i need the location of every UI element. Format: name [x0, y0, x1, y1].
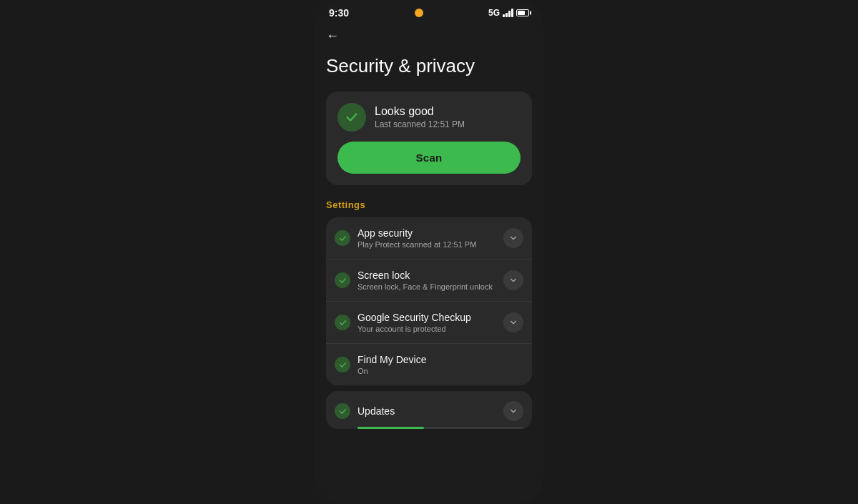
- status-check-circle: [337, 103, 366, 132]
- app-security-chevron[interactable]: [503, 228, 523, 248]
- checkmark-icon: [338, 276, 347, 285]
- phone-frame: 9:30 5G ← Security & privacy: [315, 0, 543, 504]
- google-security-check: [335, 315, 350, 330]
- google-security-text: Google Security Checkup Your account is …: [358, 312, 496, 333]
- battery-fill: [518, 11, 525, 15]
- screen-content: ← Security & privacy Looks good Last sca…: [315, 23, 543, 504]
- find-my-device-title: Find My Device: [358, 354, 523, 365]
- app-security-text: App security Play Protect scanned at 12:…: [358, 227, 496, 249]
- settings-list: App security Play Protect scanned at 12:…: [326, 217, 532, 385]
- status-title: Looks good: [375, 105, 465, 118]
- settings-label: Settings: [326, 199, 532, 210]
- battery-icon: [516, 9, 529, 16]
- status-card: Looks good Last scanned 12:51 PM Scan: [326, 92, 532, 185]
- screen-lock-chevron[interactable]: [503, 270, 523, 290]
- chevron-down-icon: [508, 406, 518, 416]
- app-security-title: App security: [358, 227, 496, 239]
- back-arrow-icon: ←: [326, 29, 339, 43]
- settings-item-updates[interactable]: Updates: [326, 391, 532, 427]
- google-security-subtitle: Your account is protected: [358, 325, 496, 333]
- status-right-group: 5G: [488, 8, 529, 18]
- page-title: Security & privacy: [326, 55, 532, 77]
- status-time: 9:30: [329, 7, 349, 19]
- signal-icon: [503, 9, 513, 17]
- checkmark-icon: [338, 234, 347, 243]
- updates-progress-fill: [358, 427, 424, 429]
- google-security-title: Google Security Checkup: [358, 312, 496, 323]
- status-text-group: Looks good Last scanned 12:51 PM: [375, 105, 465, 129]
- screen-lock-subtitle: Screen lock, Face & Fingerprint unlock: [358, 282, 496, 291]
- camera-indicator: [415, 9, 423, 17]
- find-my-device-subtitle: On: [358, 367, 523, 375]
- screen-lock-text: Screen lock Screen lock, Face & Fingerpr…: [358, 270, 496, 291]
- status-card-top: Looks good Last scanned 12:51 PM: [337, 103, 521, 132]
- google-security-chevron[interactable]: [503, 312, 523, 332]
- screen-lock-check: [335, 272, 350, 288]
- checkmark-icon: [338, 318, 347, 327]
- checkmark-icon: [338, 360, 347, 370]
- back-button[interactable]: ←: [326, 23, 532, 55]
- settings-item-screen-lock[interactable]: Screen lock Screen lock, Face & Fingerpr…: [326, 260, 532, 302]
- settings-item-google-security[interactable]: Google Security Checkup Your account is …: [326, 302, 532, 344]
- chevron-down-icon: [508, 233, 518, 243]
- checkmark-icon: [344, 109, 360, 125]
- screen-lock-title: Screen lock: [358, 270, 496, 281]
- updates-progress-wrap: [358, 427, 523, 429]
- updates-text: Updates: [358, 405, 496, 417]
- updates-chevron[interactable]: [503, 401, 523, 421]
- settings-item-app-security[interactable]: App security Play Protect scanned at 12:…: [326, 217, 532, 260]
- chevron-down-icon: [508, 275, 518, 285]
- status-subtitle: Last scanned 12:51 PM: [375, 119, 465, 129]
- app-security-check: [335, 230, 350, 246]
- checkmark-icon: [338, 407, 347, 416]
- settings-item-find-my-device[interactable]: Find My Device On: [326, 344, 532, 385]
- status-bar: 9:30 5G: [315, 0, 543, 23]
- app-security-subtitle: Play Protect scanned at 12:51 PM: [358, 240, 496, 249]
- updates-title: Updates: [358, 405, 496, 417]
- chevron-down-icon: [508, 317, 518, 327]
- updates-card: Updates: [326, 391, 532, 429]
- scan-button[interactable]: Scan: [337, 142, 521, 174]
- updates-check: [335, 403, 350, 419]
- find-my-device-check: [335, 357, 350, 372]
- find-my-device-text: Find My Device On: [358, 354, 523, 375]
- network-label: 5G: [488, 8, 500, 18]
